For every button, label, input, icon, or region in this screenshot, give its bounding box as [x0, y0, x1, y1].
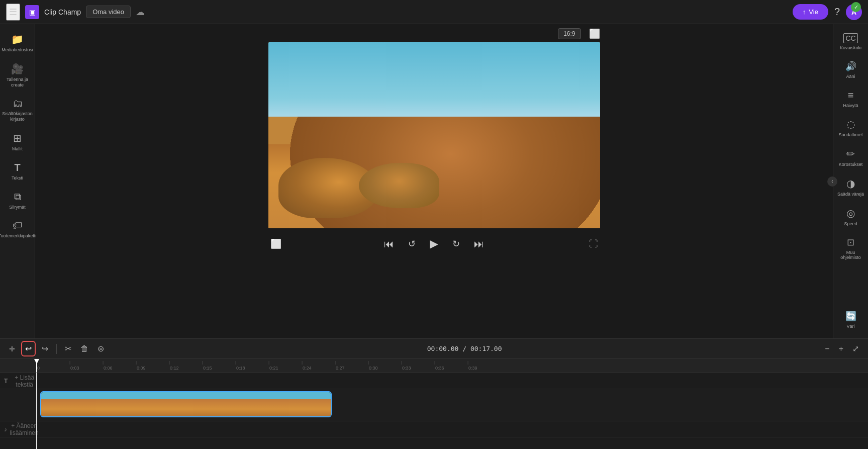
sidebar-item-tuotepaketti[interactable]: 🏷 Tuotemerkkipaketti: [3, 216, 33, 243]
text-track-label: T + Lisää tekstiä: [4, 374, 39, 388]
fullscreen-button[interactable]: ⛶: [587, 237, 600, 251]
ruler-tick-21: 0:21: [268, 366, 302, 371]
aspect-ratio-badge[interactable]: 16:9: [558, 28, 581, 39]
folder-icon: 📁: [11, 33, 24, 45]
time-display: 00:00.00 / 00:17.00: [427, 345, 502, 352]
brand-icon: 🏷: [13, 220, 23, 231]
detach-audio-button[interactable]: ⊜: [94, 342, 107, 355]
ruler-tick-6: 0:06: [103, 366, 136, 371]
video-track-content[interactable]: [40, 389, 864, 421]
sidebar-collapse-button[interactable]: ‹: [827, 176, 837, 187]
color-icon: 🔄: [845, 311, 856, 322]
menu-button[interactable]: ☰: [6, 4, 20, 21]
adjustments-icon: ✏: [846, 148, 855, 160]
app-logo: ▣: [25, 5, 39, 19]
text-track-row: T + Lisää tekstiä: [0, 373, 868, 389]
filters-icon: ◌: [846, 118, 855, 130]
ruler-tick-0: 0: [36, 366, 69, 371]
clip-thumb-3: [114, 392, 150, 416]
ruler-tick-27: 0:27: [335, 366, 368, 371]
center-area: 16:9 ⬜ ⬜ ⏮ ↺ ▶ ↻ ⏭ ⛶: [35, 24, 833, 338]
clip-thumb-6: [222, 392, 258, 416]
playback-controls: ⬜ ⏮ ↺ ▶ ↻ ⏭ ⛶: [268, 235, 600, 252]
sidebar-item-mallit[interactable]: ⊞ Mallit: [3, 128, 33, 156]
add-audio-button[interactable]: + Ääneen lisääminen: [9, 422, 39, 436]
timeline-pointer-button[interactable]: ✛: [6, 343, 18, 355]
right-sidebar: ‹ CC Kuvaiskoki 🔊 Ääni ≡ Häivytä ◌ Suoda…: [833, 24, 868, 338]
right-item-suodattimet[interactable]: ◌ Suodattimet: [835, 114, 866, 142]
timeline-tracks: T + Lisää tekstiä: [0, 373, 868, 449]
help-button[interactable]: ?: [834, 6, 840, 18]
main-area: 📁 Mediatiedostosi 🎥 Tallenna ja create 🗂…: [0, 24, 868, 338]
timeline-area: ✛ ↩ ↪ ✂ 🗑 ⊜ 00:00.00 / 00:17.00 − + ⤢ ✓ …: [0, 338, 868, 449]
ruler-tick-9: 0:09: [136, 366, 169, 371]
transitions-icon: ⧉: [14, 191, 21, 203]
video-track-row[interactable]: [0, 389, 868, 421]
library-icon: 🗂: [13, 98, 23, 109]
time-current: 00:00.00: [427, 345, 459, 352]
subtitles-icon[interactable]: ⬜: [589, 28, 600, 39]
audio-track-label: ♪ + Ääneen lisääminen: [4, 422, 39, 436]
more-icon: ⊡: [847, 237, 854, 248]
text-icon: T: [14, 162, 20, 173]
topbar-left: ☰ ▣ Clip Champ Oma video ☁: [6, 4, 145, 21]
sidebar-item-sisalto[interactable]: 🗂 Sisältökirjaston kirjasto: [3, 94, 33, 126]
zoom-out-button[interactable]: −: [822, 342, 832, 355]
ruler-tick-36: 0:36: [434, 366, 467, 371]
rewind-button[interactable]: ↺: [406, 236, 418, 251]
right-item-vari[interactable]: 🔄 Väri: [835, 307, 866, 333]
divider: [56, 344, 57, 354]
skip-to-start-button[interactable]: ⏮: [382, 236, 396, 252]
video-preview[interactable]: [268, 42, 600, 228]
right-item-korostukset[interactable]: ✏ Korostukset: [835, 144, 866, 171]
sidebar-item-siirymat[interactable]: ⧉ Siirymät: [3, 187, 33, 214]
audio-track-row: ♪ + Ääneen lisääminen: [0, 421, 868, 437]
right-item-aani[interactable]: 🔊 Ääni: [835, 57, 866, 83]
color-adjust-icon: ◑: [846, 177, 855, 190]
clip-thumb-8: [295, 392, 331, 416]
captions-button[interactable]: ⬜: [268, 236, 283, 251]
text-track-icon: T: [4, 378, 8, 385]
playhead-marker: [36, 359, 37, 373]
audio-track-content[interactable]: [39, 421, 864, 437]
redo-button[interactable]: ↪: [39, 342, 51, 355]
delete-button[interactable]: 🗑: [77, 342, 91, 355]
app-name: Clip Champ: [44, 8, 81, 16]
zoom-in-button[interactable]: +: [836, 342, 846, 355]
video-clip[interactable]: [40, 391, 332, 417]
timeline-ruler[interactable]: 0 0:03 0:06 0:09 0:12 0:15 0:18 0:21 0:2…: [0, 359, 868, 373]
time-total: 00:17.00: [470, 345, 502, 352]
sidebar-item-tallenna[interactable]: 🎥 Tallenna ja create: [3, 59, 33, 92]
play-button[interactable]: ▶: [428, 235, 440, 252]
sidebar-item-mediatiedostosi[interactable]: 📁 Mediatiedostosi: [3, 29, 33, 57]
project-title[interactable]: Oma video: [86, 6, 131, 18]
export-button[interactable]: ↑ Vie: [793, 4, 828, 20]
forward-button[interactable]: ↻: [450, 236, 462, 251]
ruler-tick-15: 0:15: [202, 366, 235, 371]
skip-to-end-button[interactable]: ⏭: [472, 236, 486, 252]
expand-button[interactable]: ⤢: [849, 342, 862, 355]
templates-icon: ⊞: [13, 132, 22, 144]
right-item-saada-vareja[interactable]: ◑ Säädä värejä: [835, 173, 866, 201]
fade-icon: ≡: [848, 89, 854, 101]
record-icon: 🎥: [11, 63, 24, 75]
text-track-content[interactable]: [39, 373, 864, 389]
right-item-kuvaiskoki[interactable]: CC Kuvaiskoki: [835, 29, 866, 55]
clip-thumb-1: [41, 392, 77, 416]
right-item-havyta[interactable]: ≡ Häivytä: [835, 85, 866, 113]
audio-icon: 🔊: [845, 61, 856, 72]
clip-thumb-2: [77, 392, 114, 416]
audio-track-icon: ♪: [4, 426, 7, 433]
desert-scene: [268, 42, 600, 228]
add-text-button[interactable]: + Lisää tekstiä: [10, 374, 39, 388]
export-arrow-icon: ↑: [803, 8, 806, 16]
ruler-tick-33: 0:33: [401, 366, 434, 371]
right-item-speed[interactable]: ◎ Speed: [835, 203, 866, 231]
undo-button[interactable]: ↩: [21, 341, 36, 356]
sidebar-item-teksti[interactable]: T Teksti: [3, 158, 33, 185]
ruler-ticks: 0 0:03 0:06 0:09 0:12 0:15 0:18 0:21 0:2…: [36, 366, 501, 371]
right-item-muu[interactable]: ⊡ Muu ohjelmisto: [835, 233, 866, 265]
cut-button[interactable]: ✂: [62, 342, 74, 355]
zoom-controls: − + ⤢: [822, 342, 862, 355]
clip-thumb-7: [258, 392, 295, 416]
